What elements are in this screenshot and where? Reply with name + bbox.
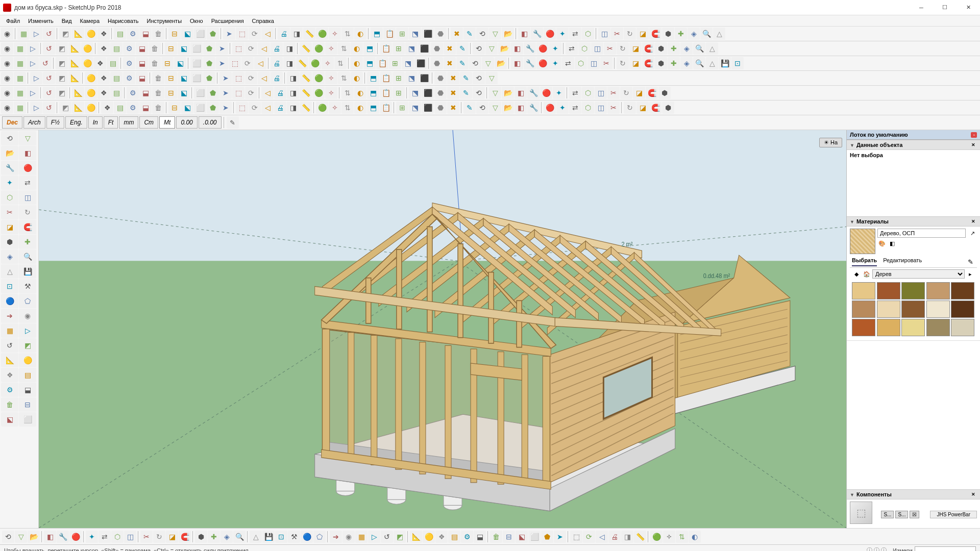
toolbar-icon[interactable]: ▦	[14, 87, 26, 99]
toolbar-icon[interactable]: ↻	[617, 42, 629, 55]
toolbar-icon[interactable]: ⇄	[99, 531, 111, 543]
eyedropper-icon[interactable]: ↗	[968, 229, 977, 238]
unit-ft[interactable]: Ft	[104, 116, 118, 129]
unit-prec-1[interactable]: 0.00	[176, 116, 197, 129]
toolbar-icon[interactable]: ✦	[1, 176, 18, 190]
toolbar-icon[interactable]: ➤	[219, 72, 232, 84]
unit-fhalf[interactable]: F½	[46, 116, 64, 129]
toolbar-icon[interactable]: ▦	[14, 42, 26, 55]
toolbar-icon[interactable]: ➤	[223, 28, 235, 40]
toolbar-icon[interactable]: 🧲	[179, 531, 191, 543]
powerbar-label[interactable]: JHS PowerBar	[930, 511, 977, 518]
toolbar-icon[interactable]: ⟲	[473, 42, 485, 55]
toolbar-icon[interactable]: 🟡	[81, 42, 93, 55]
toolbar-icon[interactable]: 💾	[262, 531, 275, 543]
toolbar-icon[interactable]: ⚒	[288, 531, 300, 543]
toolbar-icon[interactable]: ⊟	[168, 28, 181, 40]
toolbar-icon[interactable]: ◨	[283, 42, 296, 55]
toolbar-icon[interactable]: ❖	[97, 72, 110, 84]
toolbar-icon[interactable]: 🧲	[642, 42, 654, 55]
toolbar-icon[interactable]: ✖	[447, 102, 459, 114]
toolbar-icon[interactable]: ⚙	[123, 57, 135, 69]
toolbar-icon[interactable]: ⟳	[241, 57, 254, 69]
toolbar-icon[interactable]: ◈	[680, 57, 693, 69]
toolbar-icon[interactable]: 🟢	[312, 42, 325, 55]
floating-tab-s2[interactable]: S...	[895, 511, 908, 518]
material-swatch[interactable]	[951, 282, 974, 299]
toolbar-icon[interactable]: ◈	[688, 28, 700, 40]
material-swatch[interactable]	[901, 282, 925, 299]
toolbar-icon[interactable]: ➤	[216, 42, 228, 55]
toolbar-icon[interactable]: ◈	[680, 42, 693, 55]
toolbar-icon[interactable]: ◉	[342, 531, 355, 543]
toolbar-icon[interactable]: ◁	[261, 102, 274, 114]
toolbar-icon[interactable]: ⬓	[474, 531, 486, 543]
toolbar-icon[interactable]: △	[713, 28, 725, 40]
toolbar-icon[interactable]: 🔴	[19, 161, 36, 175]
toolbar-icon[interactable]: ✦	[549, 42, 561, 55]
toolbar-icon[interactable]: ⬟	[207, 28, 219, 40]
menu-file[interactable]: Файл	[2, 16, 24, 26]
toolbar-icon[interactable]: ➤	[219, 102, 232, 114]
toolbar-icon[interactable]: 🔵	[1, 294, 18, 308]
toolbar-icon[interactable]: ⬒	[363, 57, 376, 69]
toolbar-icon[interactable]: ▷	[27, 42, 39, 55]
toolbar-icon[interactable]: ⬛	[414, 57, 427, 69]
toolbar-icon[interactable]: ⬒	[363, 42, 376, 55]
toolbar-icon[interactable]: ⬣	[434, 28, 447, 40]
tray-title[interactable]: Лоток по умолчанию ▫	[847, 130, 980, 140]
toolbar-icon[interactable]: ⇅	[341, 87, 354, 99]
toolbar-icon[interactable]: ▷	[30, 102, 42, 114]
toolbar-icon[interactable]: ▽	[15, 531, 27, 543]
toolbar-icon[interactable]: ▷	[30, 28, 42, 40]
toolbar-icon[interactable]: 🔍	[693, 57, 705, 69]
toolbar-icon[interactable]: ⬢	[662, 28, 674, 40]
toolbar-icon[interactable]: ⇄	[562, 57, 574, 69]
unit-arch[interactable]: Arch	[23, 116, 45, 129]
toolbar-icon[interactable]: ⬚	[232, 87, 244, 99]
toolbar-icon[interactable]: ⬓	[139, 28, 152, 40]
toolbar-icon[interactable]: 📐	[72, 102, 84, 114]
toolbar-icon[interactable]: ◧	[514, 87, 527, 99]
toolbar-icon[interactable]: 🔍	[19, 249, 36, 264]
toolbar-icon[interactable]: ⬟	[207, 102, 219, 114]
toolbar-icon[interactable]: ⚒	[19, 279, 36, 293]
toolbar-icon[interactable]: ▦	[17, 28, 30, 40]
toolbar-icon[interactable]: ⇄	[569, 102, 581, 114]
toolbar-icon[interactable]: ⬕	[178, 87, 190, 99]
toolbar-icon[interactable]: 📏	[300, 87, 312, 99]
menu-edit[interactable]: Изменить	[24, 16, 58, 26]
toolbar-icon[interactable]: 🔍	[700, 28, 713, 40]
toolbar-icon[interactable]: ⬠	[313, 531, 326, 543]
toolbar-icon[interactable]: ⇄	[569, 28, 581, 40]
menu-help[interactable]: Справка	[248, 16, 278, 26]
toolbar-icon[interactable]: ✚	[208, 531, 220, 543]
toolbar-icon[interactable]: ⬕	[1, 412, 18, 427]
toolbar-icon[interactable]: 📂	[28, 531, 40, 543]
material-swatch[interactable]	[901, 319, 925, 336]
toolbar-icon[interactable]: ⬚	[236, 28, 248, 40]
unit-cm[interactable]: Cm	[139, 116, 158, 129]
toolbar-icon[interactable]: 📐	[1, 353, 18, 367]
maximize-button[interactable]: ☐	[933, 0, 957, 15]
toolbar-icon[interactable]: ◫	[595, 87, 607, 99]
entity-info-header[interactable]: Данные объекта ✕	[847, 140, 980, 150]
toolbar-icon[interactable]: ⬜	[194, 28, 206, 40]
toolbar-icon[interactable]: ⬚	[232, 72, 244, 84]
toolbar-icon[interactable]: ⚙	[123, 42, 135, 55]
toolbar-icon[interactable]: ◉	[1, 102, 13, 114]
toolbar-icon[interactable]: 🟡	[85, 28, 97, 40]
toolbar-icon[interactable]: ↻	[153, 531, 165, 543]
toolbar-icon[interactable]: ⬣	[434, 72, 447, 84]
toolbar-icon[interactable]: 🖨	[274, 102, 286, 114]
toolbar-icon[interactable]: ⇄	[19, 176, 36, 190]
toolbar-icon[interactable]: ✂	[140, 531, 153, 543]
material-swatch[interactable]	[877, 282, 900, 299]
toolbar-icon[interactable]: ⬕	[516, 531, 528, 543]
toolbar-icon[interactable]: ⬟	[541, 531, 553, 543]
toolbar-icon[interactable]: ⬣	[431, 57, 443, 69]
toolbar-icon[interactable]: ✦	[556, 102, 569, 114]
material-library-select[interactable]: Дерев	[872, 269, 965, 279]
toolbar-icon[interactable]: ✖	[447, 72, 459, 84]
minimize-button[interactable]: ─	[910, 0, 933, 15]
